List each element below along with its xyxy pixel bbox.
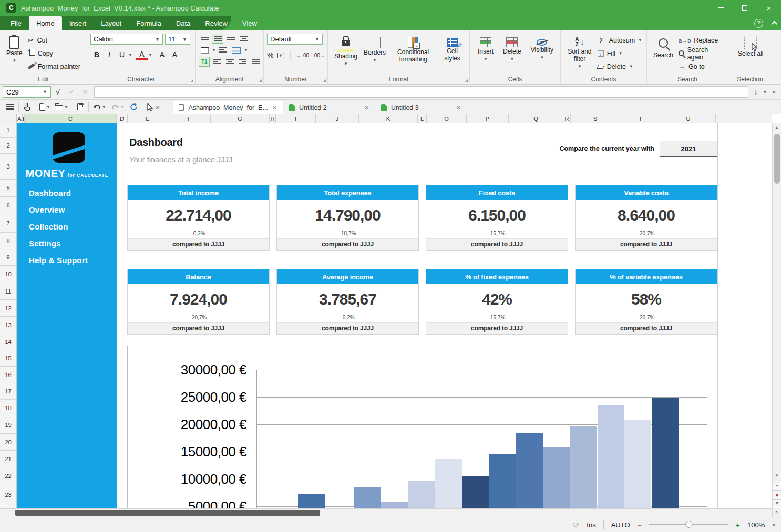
fill-button[interactable]: ↓Fill▼ [595,47,644,60]
column-header-Q[interactable]: Q [509,114,563,123]
more-options-icon[interactable]: » [772,88,776,96]
row-header-18[interactable]: 18 [0,400,16,416]
shrink-font-button[interactable]: A− [170,49,182,60]
corner-nav-icon[interactable]: ↖ [773,508,781,517]
split-view-button[interactable]: ± [773,482,781,491]
search-button[interactable]: Search [650,34,676,75]
column-header-R[interactable]: R [563,114,571,123]
scroll-up-icon[interactable]: ▲ [773,123,781,132]
cell-border-top-button[interactable] [199,45,210,55]
row-header-13[interactable]: 13 [0,317,16,333]
currency-format-icon[interactable] [277,53,284,58]
cell-styles-button[interactable]: Cell styles [437,34,467,75]
sort-filter-button[interactable]: AZ↓ Sort and filter ▼ [564,34,595,75]
redo-button[interactable]: ▼ [109,101,127,113]
group-expand-icon[interactable] [259,79,262,82]
text-orientation-button[interactable]: T1 [199,57,210,67]
borders-button[interactable]: Borders ▼ [361,34,389,75]
close-tab-icon[interactable]: ✕ [456,104,461,111]
column-header-J[interactable]: J [316,114,359,123]
accept-button[interactable]: ✓ [65,88,78,96]
align-left-button[interactable] [211,57,222,67]
sheet-area[interactable]: MONEYfor CALCULATE DashboardOverviewColl… [17,123,772,508]
zoom-out-button[interactable]: − [638,520,642,529]
row-header-19[interactable]: 19 [0,416,16,434]
grow-font-button[interactable]: A+ [157,49,170,60]
column-header-K[interactable]: K [359,114,418,123]
row-header-23[interactable]: 23 [0,484,16,505]
row-header-14[interactable]: 14 [0,333,16,350]
column-header-F[interactable]: F [168,114,211,123]
open-document-button[interactable]: ▼ [53,101,71,113]
document-tab[interactable]: Untitled 2✕ [283,101,375,114]
align-middle-button[interactable] [212,34,223,44]
maximize-button[interactable] [733,0,757,16]
sidebar-item-settings[interactable]: Settings [29,235,88,252]
align-justify-button[interactable] [250,57,261,67]
menu-tab-review[interactable]: Review [198,16,235,30]
compare-year-field[interactable]: 2021 [660,141,717,157]
save-button[interactable] [75,101,87,113]
search-again-button[interactable]: Search again [676,47,726,60]
visibility-button[interactable]: Visibility ▼ [528,34,557,75]
horizontal-scrollbar[interactable] [0,508,772,517]
menu-tab-view[interactable]: View [235,16,264,30]
formula-input[interactable] [94,86,748,98]
percent-format-button[interactable]: % [267,51,273,59]
function-wizard-button[interactable]: √ [51,88,65,96]
column-header-C[interactable]: C [25,114,117,123]
group-expand-icon[interactable] [465,79,468,82]
column-header-H[interactable]: H [270,114,276,123]
vertical-scrollbar[interactable]: ▲ ▼ ± ● Ŧ ↖ [772,123,781,517]
align-top-button[interactable] [199,34,210,44]
close-tab-icon[interactable]: ✕ [364,104,369,111]
align-justify-vertical-button[interactable] [238,34,250,44]
row-header-9[interactable]: 9 [0,249,16,266]
close-tab-icon[interactable]: ✕ [272,104,278,111]
touch-mode-button[interactable] [20,101,33,113]
column-header-P[interactable]: P [467,114,509,123]
select-all-corner[interactable] [0,114,17,123]
goto-button[interactable]: →Go to [676,60,726,73]
format-painter-button[interactable]: Format painter [26,60,83,73]
select-all-button[interactable]: Select all [732,34,769,59]
menu-tab-insert[interactable]: Insert [62,16,94,30]
menu-tab-layout[interactable]: Layout [94,16,129,30]
record-button[interactable]: ● [773,491,781,499]
replace-button[interactable]: a→bReplace [676,34,726,47]
document-tab[interactable]: Ashampoo_Money_for_E...✕ [173,101,283,114]
italic-button[interactable]: I [103,49,116,60]
merge-cells-button[interactable] [231,45,242,55]
row-header-8[interactable]: 8 [0,233,16,249]
row-header-16[interactable]: 16 [0,367,16,383]
row-header-12[interactable]: 12 [0,300,16,317]
menu-tab-data[interactable]: Data [169,16,198,30]
conditional-formatting-button[interactable]: Conditional formatting [389,34,437,75]
remove-decimal-button[interactable]: .00→ [313,53,325,58]
sidebar-item-help-support[interactable]: Help & Support [29,252,88,268]
underline-button[interactable]: U [116,49,128,60]
column-header-U[interactable]: U [661,114,716,123]
insert-cells-button[interactable]: Insert ▼ [475,34,497,75]
toolbar-overflow-icon[interactable]: » [156,103,160,111]
bold-button[interactable]: B [90,49,103,60]
zoom-slider-knob[interactable] [685,521,692,528]
menu-tab-file[interactable]: File [3,16,29,30]
row-header-22[interactable]: 22 [0,467,16,484]
sidebar-item-overview[interactable]: Overview [29,201,88,218]
horizontal-scrollbar-thumb[interactable] [15,510,320,516]
column-header-E[interactable]: E [128,114,168,123]
row-header-1[interactable]: 1 [0,123,16,138]
expand-formula-bar-icon[interactable]: ↕ [754,88,757,96]
menu-tab-formula[interactable]: Formula [129,16,169,30]
cancel-button[interactable]: ✕ [78,88,92,96]
font-color-caret-icon[interactable]: ▼ [148,53,152,57]
align-center-button[interactable] [224,57,235,67]
row-header-21[interactable]: 21 [0,451,16,467]
close-button[interactable]: × [757,0,781,16]
delete-cells-button[interactable]: Delete ▼ [500,34,525,75]
wrap-text-button[interactable] [218,45,229,55]
row-header-20[interactable]: 20 [0,434,16,451]
merge-caret-icon[interactable]: ▼ [244,48,248,53]
undo-button[interactable]: ▼ [90,101,109,113]
